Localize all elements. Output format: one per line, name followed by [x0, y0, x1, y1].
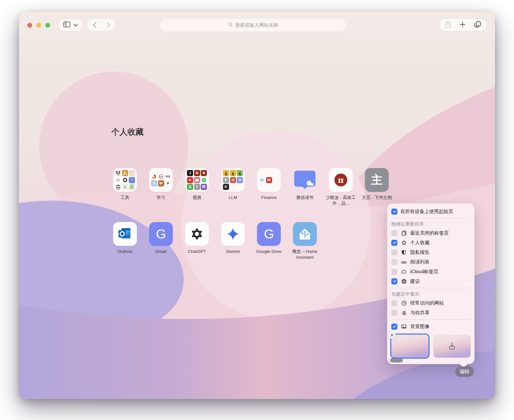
- favorite-outlook[interactable]: Outlook: [107, 222, 143, 260]
- favorite-feishu-home[interactable]: 主主页 - 飞书文档: [359, 168, 395, 206]
- favorite-video[interactable]: JNN豆Y阿视频: [179, 168, 215, 206]
- chevron-down-icon[interactable]: [74, 22, 78, 28]
- photo-icon: [400, 323, 407, 330]
- zoom-window-button[interactable]: [45, 23, 50, 28]
- tab-overview-icon[interactable]: [474, 21, 481, 29]
- share-icon[interactable]: [445, 21, 451, 29]
- folder-icon-video: JNN豆Y阿: [185, 168, 209, 192]
- favorite-gemini[interactable]: Gemini: [215, 222, 251, 260]
- favorites-row-2: OutlookGGmailChatGPTGeminiGGoogle Drive概…: [107, 222, 323, 260]
- letter-mini-icon: S: [151, 180, 157, 186]
- favorite-label: 学习: [157, 195, 165, 201]
- letter-mini-icon: g: [237, 170, 243, 176]
- folder-icon-study: M-WwRSW#: [149, 168, 173, 192]
- bilibili-mini-icon: [194, 177, 200, 183]
- letter-mini-icon: 阿: [201, 184, 207, 190]
- popover-divider: [391, 218, 470, 218]
- favorite-label: 工具: [121, 195, 129, 201]
- popover-row: 背景图像: [391, 322, 470, 331]
- new-tab-icon[interactable]: [460, 22, 465, 29]
- favorite-google-drive[interactable]: GGoogle Drive: [251, 222, 287, 260]
- checkbox-unchecked[interactable]: [391, 310, 397, 316]
- back-button[interactable]: [88, 22, 102, 28]
- favorite-gmail[interactable]: GGmail: [143, 222, 179, 260]
- window-controls: [27, 23, 50, 28]
- address-search-field[interactable]: 搜索或输入网站名称: [160, 19, 346, 31]
- people-icon: [400, 309, 407, 316]
- favorite-study[interactable]: M-WwRSW#学习: [143, 168, 179, 206]
- dark-circle-mini-icon: [122, 177, 128, 183]
- favorite-tools[interactable]: IM正工具: [107, 168, 143, 206]
- safari-window: 搜索或输入网站名称: [19, 12, 495, 399]
- sidebar-toggle-group[interactable]: [58, 19, 82, 31]
- letter-mini-icon: W: [266, 177, 272, 183]
- edit-button[interactable]: 编辑: [455, 366, 474, 377]
- popover-divider: [391, 288, 470, 288]
- checkbox-unchecked[interactable]: [391, 249, 397, 255]
- letter-mini-icon: K: [223, 184, 229, 190]
- svg-text:π: π: [338, 175, 344, 185]
- youtube-mini-icon: [187, 177, 193, 183]
- folder-icon-llm: gggP✳MK: [221, 168, 245, 192]
- background-thumbnail-current[interactable]: [391, 335, 429, 358]
- folder-icon-finance: WW: [257, 168, 281, 192]
- favorite-home-assistant[interactable]: 概览 – Home Assistant: [287, 222, 323, 260]
- favorite-chatgpt[interactable]: ChatGPT: [179, 222, 215, 260]
- remove-background-button[interactable]: [388, 332, 395, 339]
- panda-mini-icon: [115, 170, 121, 176]
- checkbox-checked[interactable]: [391, 324, 397, 330]
- browser-toolbar: 搜索或输入网站名称: [19, 12, 495, 39]
- calendar-mini-icon: [129, 170, 135, 176]
- popover-row: 阅读列表: [391, 257, 470, 267]
- letter-mini-icon: I: [129, 177, 135, 183]
- gmail-icon: G: [149, 222, 173, 246]
- favorite-finance[interactable]: WWFinance: [251, 168, 287, 206]
- sidebar-icon[interactable]: [63, 22, 70, 29]
- favorites-row-1: IM正工具M-WwRSW#学习JNN豆Y阿视频gggP✳MKLLMWWFinan…: [107, 168, 395, 206]
- checkbox-checked[interactable]: [391, 209, 397, 215]
- letter-mini-icon: P: [223, 177, 229, 183]
- forward-button[interactable]: [102, 22, 116, 28]
- favorite-label: Gmail: [155, 249, 166, 255]
- minimize-window-button[interactable]: [36, 23, 41, 28]
- checkbox-unchecked[interactable]: [391, 230, 397, 236]
- star-icon: [400, 239, 407, 246]
- popover-item-label: iCloud标签页: [410, 269, 439, 275]
- letter-mini-icon: g: [230, 170, 236, 176]
- checkbox-unchecked[interactable]: [391, 259, 397, 265]
- crossword-mini-icon: #: [165, 180, 171, 186]
- popover-row: 隐私报告: [391, 247, 470, 257]
- shield-icon: [400, 249, 407, 255]
- fox-mini-icon: [151, 174, 157, 180]
- popover-row: 与你共享: [391, 308, 470, 317]
- favorite-llm[interactable]: gggP✳MKLLM: [215, 168, 251, 206]
- checkbox-checked[interactable]: [391, 240, 397, 246]
- video-play-mini-icon: [201, 177, 207, 183]
- chatgpt-icon: [185, 222, 209, 246]
- folder-icon-tools: IM正: [113, 168, 137, 192]
- claude-mini-icon: ✳: [230, 177, 236, 183]
- letter-mini-icon: N: [201, 170, 207, 176]
- popover-rows: 在所有设备上使用起始页拖移以重新排序最近关闭的标签页个人收藏隐私报告阅读列表iC…: [391, 207, 470, 331]
- popover-scrollbar[interactable]: [390, 358, 403, 362]
- glasses-icon: [400, 259, 407, 265]
- start-page-options-popover: 在所有设备上使用起始页拖移以重新排序最近关闭的标签页个人收藏隐私报告阅读列表iC…: [387, 203, 474, 364]
- letter-mini-icon: g: [223, 170, 229, 176]
- home-assistant-icon: [293, 222, 317, 246]
- popover-item-label: 阅读列表: [410, 259, 430, 265]
- checkbox-unchecked[interactable]: [391, 300, 397, 306]
- popover-row: iCloud标签页: [391, 267, 470, 276]
- search-icon: [228, 22, 233, 28]
- favorite-sspai[interactable]: π少数派 - 高效工作，品...: [323, 168, 359, 206]
- favorite-label: LLM: [229, 195, 237, 201]
- popover-item-label: 与你共享: [410, 310, 430, 316]
- checkbox-checked[interactable]: [391, 278, 397, 284]
- favorite-wechat-reading[interactable]: 微信读书: [287, 168, 323, 206]
- popover-divider: [391, 319, 470, 320]
- checkbox-unchecked[interactable]: [391, 269, 397, 275]
- favorite-label: 微信读书: [296, 195, 314, 201]
- letter-mini-icon: 豆: [187, 184, 193, 190]
- background-thumbnail-add[interactable]: [433, 335, 471, 358]
- svg-text:M: M: [117, 186, 119, 189]
- close-window-button[interactable]: [27, 23, 32, 28]
